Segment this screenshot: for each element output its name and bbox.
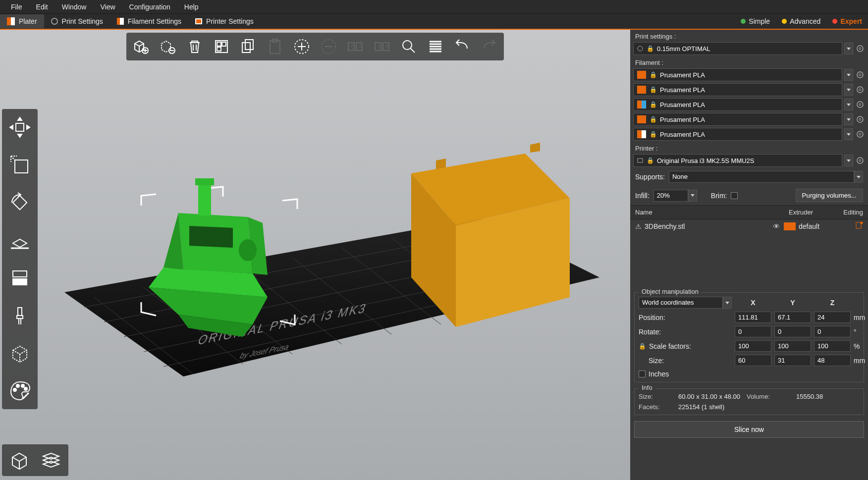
mode-advanced[interactable]: Advanced (776, 15, 826, 27)
add-instance-button[interactable] (290, 36, 314, 57)
dropdown-arrow-icon[interactable] (844, 128, 853, 140)
svg-point-70 (857, 131, 863, 137)
flatten-tool[interactable] (6, 227, 33, 254)
remove-object-button[interactable] (156, 36, 180, 57)
filament-dropdown-4[interactable]: 🔒 Prusament PLA (633, 128, 842, 141)
extruder-swatch[interactable] (784, 222, 796, 230)
layers-button[interactable] (424, 36, 447, 57)
printer-preset-settings-button[interactable] (855, 156, 865, 165)
filament-dropdown-3[interactable]: 🔒 Prusament PLA (633, 113, 842, 126)
size-x-input[interactable] (735, 355, 771, 366)
position-unit: mm (854, 314, 868, 321)
coordinate-mode-select[interactable]: World coordinates (639, 297, 723, 309)
search-button[interactable] (397, 36, 421, 57)
hollow-tool[interactable] (6, 340, 33, 367)
brim-checkbox[interactable] (731, 192, 738, 199)
menu-window[interactable]: Window (55, 1, 94, 13)
size-z-input[interactable] (814, 355, 851, 366)
info-size-value: 60.00 x 31.00 x 48.00 (678, 393, 742, 400)
viewport[interactable]: ORIGINAL PRUSA i3 MK3 by Josef Prusa (0, 30, 630, 480)
position-z-input[interactable] (814, 312, 851, 323)
svg-text:O: O (378, 44, 382, 50)
filament-settings-button-4[interactable] (855, 129, 865, 139)
filament-dropdown-1[interactable]: 🔒 Prusament PLA (633, 83, 842, 96)
print-preset-dropdown[interactable]: 🔒 0.15mm OPTIMAL (633, 42, 842, 55)
brim-label: Brim: (711, 192, 727, 200)
scale-x-input[interactable] (735, 340, 771, 352)
size-y-input[interactable] (774, 355, 811, 366)
printer-preset-value: Original Prusa i3 MK2.5S MMU2S (657, 157, 839, 164)
rotate-x-input[interactable] (735, 326, 771, 337)
dropdown-arrow-icon[interactable] (844, 84, 853, 96)
copy-button[interactable] (236, 36, 260, 57)
split-objects-button[interactable]: OP (343, 36, 367, 57)
scale-z-input[interactable] (814, 340, 851, 352)
dropdown-arrow-icon[interactable] (844, 113, 853, 125)
supports-label: Supports: (635, 173, 665, 181)
filament-dropdown-2[interactable]: 🔒 Prusament PLA (633, 98, 842, 111)
top-toolbar: OP OP (126, 33, 504, 60)
filament-settings-button-0[interactable] (855, 70, 865, 80)
filament-dropdown-0[interactable]: 🔒 Prusament PLA (633, 68, 842, 81)
scale-y-input[interactable] (774, 340, 811, 352)
tab-printer-settings[interactable]: Printer Settings (188, 14, 261, 28)
menu-configuration[interactable]: Configuration (122, 1, 177, 13)
printer-preset-dropdown[interactable]: 🔒 Original Prusa i3 MK2.5S MMU2S (633, 154, 842, 167)
arrange-button[interactable] (210, 36, 233, 57)
menu-edit[interactable]: Edit (29, 1, 55, 13)
visibility-icon[interactable]: 👁 (773, 222, 780, 230)
print-preset-settings-button[interactable] (855, 44, 865, 53)
view-3d-button[interactable] (5, 447, 34, 473)
filament-settings-button-1[interactable] (855, 85, 865, 95)
info-legend: Info (639, 384, 655, 391)
move-tool[interactable] (6, 114, 33, 141)
filament-settings-button-2[interactable] (855, 100, 865, 109)
dropdown-arrow-icon[interactable] (854, 171, 863, 183)
info-volume-label: Volume: (747, 393, 791, 400)
supports-select[interactable]: None (669, 171, 854, 183)
object-row[interactable]: ⚠ 3DBenchy.stl 👁 default (630, 219, 868, 233)
undo-button[interactable] (450, 36, 474, 57)
redo-button[interactable] (477, 36, 501, 57)
dropdown-arrow-icon[interactable] (844, 43, 853, 54)
paste-button[interactable] (263, 36, 287, 57)
menu-view[interactable]: View (93, 1, 122, 13)
left-toolbar (2, 109, 38, 409)
mode-expert[interactable]: Expert (826, 15, 868, 27)
tab-filament-settings[interactable]: Filament Settings (110, 14, 188, 28)
rotate-y-input[interactable] (774, 326, 811, 337)
menu-file[interactable]: File (4, 1, 29, 13)
tab-plater[interactable]: Plater (0, 14, 44, 28)
rotate-tool[interactable] (6, 189, 33, 216)
color-paint-tool[interactable] (6, 377, 33, 404)
dropdown-arrow-icon[interactable] (844, 99, 853, 110)
position-x-input[interactable] (735, 312, 771, 323)
slice-now-button[interactable]: Slice now (634, 421, 864, 438)
remove-instance-button[interactable] (317, 36, 340, 57)
edit-icon[interactable] (855, 221, 863, 231)
inches-checkbox[interactable] (639, 371, 646, 377)
dropdown-arrow-icon[interactable] (688, 190, 697, 202)
paint-tool[interactable] (6, 302, 33, 329)
split-parts-button[interactable]: OP (370, 36, 394, 57)
tab-print-settings[interactable]: Print Settings (44, 14, 110, 28)
filament-icon (117, 18, 124, 25)
dropdown-arrow-icon[interactable] (723, 297, 732, 309)
scale-lock-icon[interactable]: 🔒 (639, 343, 646, 350)
svg-point-57 (21, 384, 24, 387)
menu-help[interactable]: Help (177, 1, 206, 13)
mode-simple[interactable]: Simple (735, 15, 776, 27)
purging-volumes-button[interactable]: Purging volumes... (796, 189, 863, 202)
view-layers-button[interactable] (37, 447, 65, 473)
scale-tool[interactable] (6, 152, 33, 178)
dropdown-arrow-icon[interactable] (844, 69, 853, 81)
delete-all-button[interactable] (183, 36, 207, 57)
filament-settings-button-3[interactable] (855, 114, 865, 124)
add-object-button[interactable] (129, 36, 153, 57)
dropdown-arrow-icon[interactable] (844, 155, 853, 166)
rotate-z-input[interactable] (814, 326, 851, 337)
infill-select[interactable]: 20% (653, 190, 688, 202)
cut-tool[interactable] (6, 265, 33, 291)
position-y-input[interactable] (774, 312, 811, 323)
tab-plater-label: Plater (19, 17, 37, 25)
